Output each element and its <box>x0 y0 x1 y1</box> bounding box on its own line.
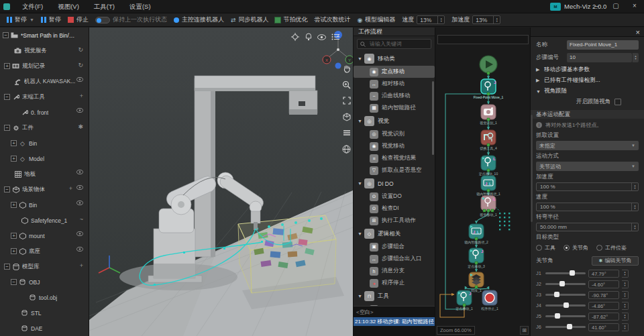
collapse-icon[interactable]: − <box>3 32 9 38</box>
add-icon[interactable]: + <box>80 93 83 99</box>
step-group[interactable]: ▣步骤组合 <box>354 241 435 253</box>
stop-button[interactable]: 停止 <box>68 15 89 24</box>
spinner-icon[interactable]: ▲▼ <box>622 280 629 288</box>
canvas-expand-button[interactable]: ⊞ <box>520 326 529 335</box>
gear-icon[interactable]: ✱ <box>78 123 83 130</box>
tree-row-workpieces[interactable]: − 工件 ✱ <box>0 120 89 135</box>
expand-icon[interactable]: + <box>11 156 17 162</box>
eye-icon[interactable] <box>76 247 83 251</box>
tree-row-model-library[interactable]: − 模型库 + <box>0 259 89 274</box>
node-program-stop[interactable]: 程序停止_1 <box>481 290 498 311</box>
tree-row-project[interactable]: − *Smart Path in Bin/V... <box>0 27 89 43</box>
spinner-icon[interactable]: ▲▼ <box>493 16 500 23</box>
expand-icon[interactable]: + <box>11 202 17 208</box>
spinner-icon[interactable]: ▲▼ <box>631 223 638 231</box>
step-cat-tools[interactable]: ▼⊓工具 <box>354 289 435 303</box>
section-view-follow[interactable]: ▼ 视角跟随 <box>536 87 639 96</box>
spinner-icon[interactable]: ▲▼ <box>632 53 639 62</box>
menu-settings[interactable]: 设置(S) <box>123 1 157 13</box>
step-name-input[interactable] <box>567 40 639 50</box>
tree-row-model-workpiece[interactable]: + ◇ Model <box>0 151 89 166</box>
workflow-tab[interactable]: 工作流程 <box>354 27 435 36</box>
j5-slider[interactable] <box>545 315 586 317</box>
speed-input[interactable]: 13% ▲▼ <box>417 15 445 24</box>
crosshair-icon[interactable] <box>290 32 300 42</box>
minimize-button[interactable]: – <box>588 0 606 13</box>
pause-run-button[interactable]: 暂停 <box>41 15 61 24</box>
tree-row-obj[interactable]: − OBJ <box>0 274 89 290</box>
radio-workpiece-pose[interactable] <box>596 245 602 251</box>
follow-view-checkbox-row[interactable]: 开启跟随视角 <box>576 98 639 106</box>
spinner-icon[interactable]: ▲▼ <box>622 302 629 310</box>
close-icon[interactable]: × <box>636 27 640 37</box>
eye-icon[interactable] <box>76 201 83 205</box>
tree-row-plan-record[interactable]: + 规划记录 ↻ <box>0 58 89 74</box>
spinner-icon[interactable]: ▲▼ <box>622 323 629 331</box>
speed-input[interactable]: 100 % ▲▼ <box>536 203 639 211</box>
checkbox-icon[interactable] <box>614 99 621 105</box>
step-group-port[interactable]: ↔步骤组合出入口 <box>354 253 435 265</box>
step-cat-dido[interactable]: ▼◎DI DO <box>354 176 435 190</box>
edit-joint-angles-button[interactable]: ✱ 编辑关节角 <box>592 256 639 266</box>
node-fixed-point-move-loop[interactable]: J 定点移动_1 <box>455 290 473 311</box>
step-relative-move[interactable]: ↔相对移动 <box>354 78 435 90</box>
sync-robot-button[interactable]: ⇄ 同步机器人 <box>231 15 269 24</box>
viewport-3d[interactable]: Z X Y <box>89 27 353 336</box>
tree-row-mount[interactable]: + mount <box>0 228 89 243</box>
tree-row-stl[interactable]: STL <box>0 305 89 321</box>
display-list-icon[interactable] <box>330 32 340 42</box>
tree-row-vision-service[interactable]: 视觉服务 ↻ <box>0 43 89 58</box>
section-collision-check[interactable]: ▶ 已持有工件碰撞检测... <box>536 76 639 85</box>
wave-icon[interactable]: ~ <box>80 216 83 223</box>
eye-icon[interactable] <box>76 231 83 236</box>
accel-input[interactable]: 13% ▲▼ <box>472 15 500 24</box>
step-tool-action[interactable]: ⊞执行工具动作 <box>354 215 435 227</box>
j6-slider[interactable] <box>545 326 586 328</box>
j2-value[interactable]: -4.60° <box>588 280 619 288</box>
chevron-down-icon[interactable]: ▼ <box>30 17 34 22</box>
node-palletize[interactable]: 码垛_1 <box>469 272 484 293</box>
fit-view-icon[interactable] <box>341 96 352 105</box>
menu-tools[interactable]: 工具(T) <box>88 1 121 13</box>
node-fixed-point-move-1[interactable]: J Fixed-Point Move_1 <box>474 79 504 99</box>
eye-icon[interactable] <box>317 32 327 42</box>
expand-icon[interactable]: + <box>11 248 17 254</box>
refresh-icon[interactable]: ↻ <box>78 46 83 53</box>
node-fixed-point-move-3[interactable]: J 定点移动_3 <box>468 248 485 269</box>
attempt-stats-button[interactable]: 尝试次数统计 <box>314 15 350 24</box>
layer-list-icon[interactable] <box>341 128 352 137</box>
keep-state-toggle[interactable]: 保持上一次执行状态 <box>95 15 167 24</box>
search-input[interactable] <box>368 40 428 48</box>
cube-icon[interactable] <box>341 112 352 121</box>
workflow-canvas[interactable]: J Fixed-Point Move_1 视觉识别_1 切换工具_4 <box>435 27 530 336</box>
collapse-icon[interactable]: − <box>4 264 10 270</box>
pan-hand-icon[interactable] <box>341 64 352 73</box>
refresh-icon[interactable]: ↻ <box>78 62 83 68</box>
acceleration-input[interactable]: 100 % ▲▼ <box>536 182 639 191</box>
model-editor-button[interactable]: ◉ 模型编辑器 <box>357 15 395 24</box>
radio-joint-angles[interactable] <box>564 245 570 251</box>
j3-slider[interactable] <box>545 294 586 296</box>
tree-row-scene-objects[interactable]: − 场景物体 + <box>0 182 89 197</box>
log-line-selected[interactable]: 21:10:32 移动步骤: 箱内智能路径 <box>354 317 435 326</box>
motion-type-select[interactable]: 关节运动▼ <box>536 162 639 171</box>
expand-icon[interactable]: + <box>11 233 17 239</box>
menu-view[interactable]: 视图(V) <box>52 1 85 13</box>
tree-row-floor[interactable]: 地板 <box>0 166 89 182</box>
zoom-in-icon[interactable] <box>341 80 352 89</box>
spinner-icon[interactable]: ▲▼ <box>622 313 629 321</box>
log-line[interactable]: <空白> <box>354 306 435 316</box>
spinner-icon[interactable]: ▲▼ <box>622 270 629 278</box>
collapse-icon[interactable]: − <box>4 125 10 131</box>
step-number-input[interactable] <box>567 53 632 62</box>
step-cat-vision[interactable]: ▼◎视觉 <box>354 114 435 128</box>
spinner-icon[interactable]: ▲▼ <box>622 291 629 299</box>
section-move-basic-params[interactable]: ▶ 移动步骤基本参数 <box>536 65 639 74</box>
add-icon[interactable]: + <box>80 262 83 269</box>
step-fixed-point-move[interactable]: ◉定点移动 <box>354 66 435 78</box>
tree-row-robot[interactable]: 机器人 KAWASAK... <box>0 74 89 89</box>
toggle-switch-icon[interactable] <box>95 17 110 23</box>
step-program-stop[interactable]: ●程序停止 <box>354 277 435 289</box>
step-grasp-check[interactable]: ▽抓取点是否悬空 <box>354 164 435 176</box>
j2-slider[interactable] <box>545 283 586 285</box>
